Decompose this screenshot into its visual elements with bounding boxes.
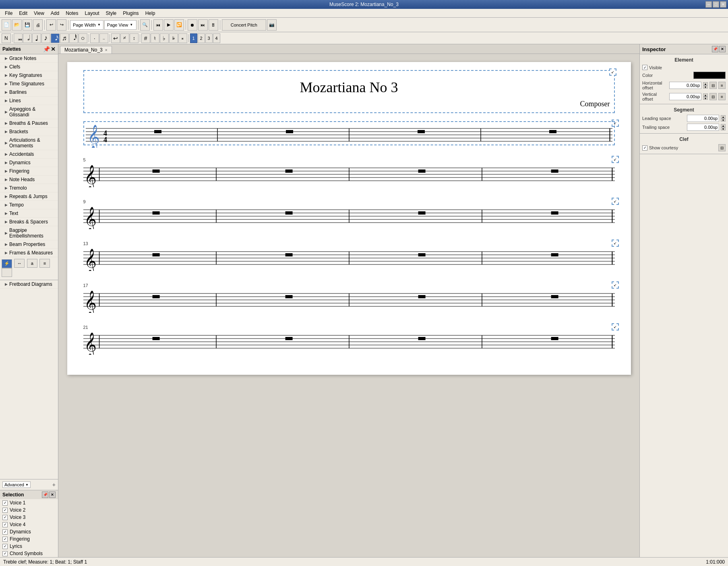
accidental-natural-btn[interactable]: ♮ <box>151 33 159 43</box>
filter-quick-btn[interactable]: ⚡ <box>2 259 12 268</box>
record-btn[interactable]: ⏺ <box>188 19 197 31</box>
menu-edit[interactable]: Edit <box>16 10 31 17</box>
duration-32-btn[interactable]: ♬ <box>60 33 69 43</box>
palette-tempo[interactable]: ▶ Tempo <box>0 201 58 209</box>
loop-btn[interactable]: 🔁 <box>174 19 184 31</box>
save-btn[interactable]: 💾 <box>23 19 32 31</box>
trailing-down-btn[interactable]: ▼ <box>721 127 726 130</box>
palette-arpeggios[interactable]: ▶ Arpeggios & Glissandi <box>0 105 58 119</box>
play-btn[interactable]: ▶ <box>164 19 174 31</box>
voice1-checkbox[interactable] <box>2 500 8 506</box>
dot-btn[interactable]: · <box>90 33 99 43</box>
fingering-checkbox[interactable] <box>2 537 8 542</box>
undo-btn[interactable]: ↩ <box>46 19 56 31</box>
open-btn[interactable]: 📂 <box>12 19 22 31</box>
palettes-close-btn[interactable]: ✕ <box>51 46 56 52</box>
palette-articulations[interactable]: ▶ Articulations & Ornaments <box>0 136 58 150</box>
palette-key-signatures[interactable]: ▶ Key Signatures <box>0 71 58 80</box>
page-view-dropdown[interactable]: Page View ▼ <box>104 20 136 30</box>
advanced-dropdown[interactable]: Advanced ▼ <box>2 481 31 488</box>
palette-clefs[interactable]: ▶ Clefs <box>0 63 58 71</box>
inspector-pin-btn[interactable]: 📌 <box>712 46 718 52</box>
redo-btn[interactable]: ↪ <box>57 19 66 31</box>
voice-1-btn[interactable]: 1 <box>190 33 197 43</box>
score-tab[interactable]: Mozartiana_No_3 × <box>60 46 112 54</box>
menu-plugins[interactable]: Plugins <box>120 10 142 17</box>
duration-4-btn[interactable]: ♩ <box>32 33 41 43</box>
menu-help[interactable]: Help <box>142 10 159 17</box>
mix-btn[interactable]: 🎚 <box>209 19 218 31</box>
flip-btn[interactable]: ↕ <box>130 33 139 43</box>
filter-arrow-btn[interactable]: ↔ <box>14 259 25 268</box>
duration-16-btn[interactable]: 𝅘𝅥𝅯 <box>51 33 60 43</box>
palette-breaks[interactable]: ▶ Breaks & Spacers <box>0 218 58 226</box>
note-input-btn[interactable]: N <box>2 33 11 43</box>
duration-1-btn[interactable]: 𝅜 <box>14 33 23 43</box>
selection-close-btn[interactable]: ✕ <box>49 492 56 498</box>
h-offset-reset-btn[interactable]: ⊟ <box>709 82 717 89</box>
voice-4-btn[interactable]: 4 <box>213 33 220 43</box>
h-offset-type-btn[interactable]: ≡ <box>718 82 726 89</box>
palette-frames[interactable]: ▶ Frames & Measures <box>0 249 58 257</box>
v-offset-up-btn[interactable]: ▲ <box>703 93 708 97</box>
h-offset-input[interactable]: 0.00sp <box>669 82 701 89</box>
palette-brackets[interactable]: ▶ Brackets <box>0 128 58 136</box>
selection-pin-btn[interactable]: 📌 <box>42 492 48 498</box>
palette-breaths[interactable]: ▶ Breaths & Pauses <box>0 119 58 128</box>
duration-8-btn[interactable]: ♪ <box>41 33 50 43</box>
advanced-plus-btn[interactable]: + <box>52 481 56 488</box>
palettes-pin-btn[interactable]: 📌 <box>43 46 50 52</box>
palette-time-signatures[interactable]: ▶ Time Signatures <box>0 80 58 88</box>
menu-layout[interactable]: Layout <box>82 10 103 17</box>
tie-btn[interactable]: ↩ <box>111 33 120 43</box>
double-dot-btn[interactable]: .. <box>99 33 108 43</box>
menu-view[interactable]: View <box>31 10 48 17</box>
v-offset-input[interactable]: 0.00sp <box>669 93 701 100</box>
v-offset-type-btn[interactable]: ≡ <box>718 93 726 100</box>
maximize-btn[interactable]: □ <box>713 1 719 8</box>
menu-file[interactable]: File <box>2 10 16 17</box>
h-offset-down-btn[interactable]: ▼ <box>703 85 708 89</box>
leading-down-btn[interactable]: ▼ <box>721 118 726 122</box>
menu-add[interactable]: Add <box>48 10 62 17</box>
voice4-checkbox[interactable] <box>2 522 8 527</box>
palette-tremolo[interactable]: ▶ Tremolo <box>0 184 58 192</box>
duration-2-btn[interactable]: 𝅗𝅥 <box>23 33 32 43</box>
visible-checkbox[interactable] <box>642 65 647 70</box>
accidental-dblsharp-btn[interactable]: 𝄪 <box>178 33 187 43</box>
dynamics-checkbox[interactable] <box>2 529 8 535</box>
view-mode-dropdown[interactable]: Page Width ▼ <box>70 20 103 30</box>
palette-repeats[interactable]: ▶ Repeats & Jumps <box>0 192 58 201</box>
palette-barlines[interactable]: ▶ Barlines <box>0 88 58 97</box>
h-offset-up-btn[interactable]: ▲ <box>703 82 708 85</box>
menu-notes[interactable]: Notes <box>62 10 81 17</box>
filter-empty-btn[interactable] <box>2 268 12 277</box>
voice-3-btn[interactable]: 3 <box>205 33 213 43</box>
print-btn[interactable]: 🖨 <box>33 19 43 31</box>
minimize-btn[interactable]: ─ <box>705 1 712 8</box>
palette-grace-notes[interactable]: ▶ Grace Notes <box>0 54 58 63</box>
rewind-btn[interactable]: ⏮ <box>153 19 163 31</box>
leading-input[interactable]: 0.00sp <box>687 115 719 122</box>
leading-up-btn[interactable]: ▲ <box>721 115 726 118</box>
palette-fretboard[interactable]: ▶ Fretboard Diagrams <box>0 280 58 289</box>
accidental-dblflat-btn[interactable]: 𝄫 <box>169 33 178 43</box>
new-btn[interactable]: 📄 <box>2 19 11 31</box>
score-area[interactable]: Mozartiana_No_3 × Mozartiana No 3 Compos… <box>58 44 639 557</box>
trailing-input[interactable]: 0.00sp <box>687 124 719 131</box>
accidental-flat-btn[interactable]: ♭ <box>160 33 169 43</box>
palette-bagpipe[interactable]: ▶ Bagpipe Embellishments <box>0 226 58 240</box>
color-picker[interactable] <box>693 72 726 79</box>
palette-fingering[interactable]: ▶ Fingering <box>0 167 58 176</box>
show-courtesy-checkbox[interactable] <box>642 145 647 151</box>
menu-style[interactable]: Style <box>103 10 120 17</box>
accidental-sharp-btn[interactable]: # <box>141 33 150 43</box>
voice3-checkbox[interactable] <box>2 515 8 520</box>
duration-64-btn[interactable]: 𝅘𝅥𝅱 <box>69 33 78 43</box>
tab-close-btn[interactable]: × <box>105 48 108 52</box>
close-btn[interactable]: ✕ <box>720 1 726 8</box>
trailing-up-btn[interactable]: ▲ <box>721 124 726 127</box>
chord-symbols-checkbox[interactable] <box>2 551 8 556</box>
palette-text[interactable]: ▶ Text <box>0 209 58 218</box>
duration-whole-btn[interactable]: ○ <box>79 33 87 43</box>
